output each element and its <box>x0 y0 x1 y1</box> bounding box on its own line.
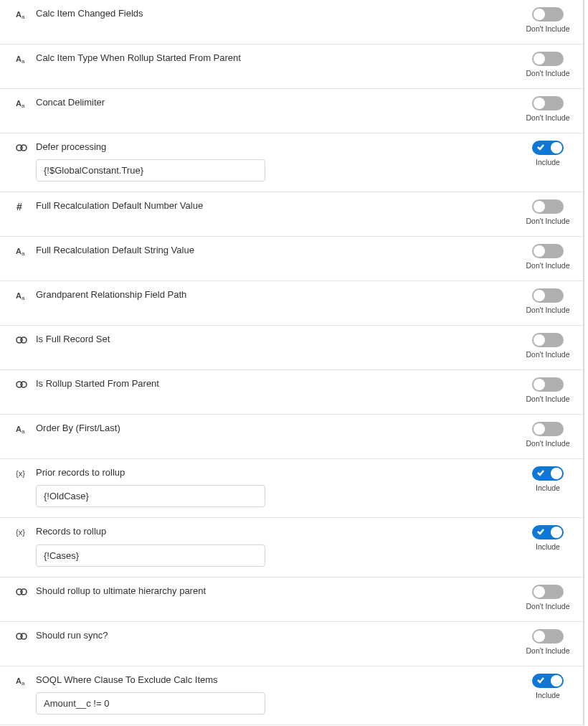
svg-text:A: A <box>16 291 22 300</box>
field-value-input[interactable] <box>36 159 265 182</box>
field-row-concat-delimiter: AaConcat DelimiterDon't Include <box>0 89 583 133</box>
svg-text:{x}: {x} <box>16 528 25 537</box>
field-label: SOQL Where Clause To Exclude Calc Items <box>36 674 526 687</box>
include-toggle[interactable] <box>532 377 564 392</box>
text-icon: Aa <box>16 675 27 687</box>
field-value-input[interactable] <box>36 544 265 567</box>
field-label: Full Recalculation Default String Value <box>36 244 526 257</box>
include-toggle[interactable] <box>532 52 564 66</box>
field-content: Full Recalculation Default Number Value <box>36 199 526 212</box>
text-icon: Aa <box>16 245 27 257</box>
field-content: Concat Delimiter <box>36 96 526 109</box>
field-row-prior-records-to-rollup: {x}Prior records to rollupInclude <box>0 459 583 518</box>
toggle-knob <box>534 245 545 257</box>
toggle-status-label: Don't Include <box>526 646 570 655</box>
include-toggle[interactable] <box>532 525 564 539</box>
include-control: Include <box>526 141 570 166</box>
include-control: Don't Include <box>526 96 570 122</box>
field-content: Is Full Record Set <box>36 333 526 346</box>
toggle-knob <box>534 631 545 642</box>
include-toggle[interactable] <box>532 585 564 599</box>
include-toggle[interactable] <box>532 244 564 258</box>
toggle-status-label: Don't Include <box>526 24 570 33</box>
field-row-left: {x}Records to rollup <box>16 525 526 566</box>
svg-text:a: a <box>22 103 25 109</box>
field-row-calc-item-changed-fields: AaCalc Item Changed FieldsDon't Include <box>0 0 583 44</box>
include-toggle[interactable] <box>532 199 564 214</box>
svg-text:a: a <box>22 250 25 257</box>
toggle-status-label: Don't Include <box>526 69 570 77</box>
include-toggle[interactable] <box>532 629 564 644</box>
include-control: Don't Include <box>526 288 570 314</box>
toggle-status-label: Don't Include <box>526 439 570 448</box>
field-content: Grandparent Relationship Field Path <box>36 288 526 301</box>
toggle-icon <box>16 586 27 598</box>
include-toggle[interactable] <box>532 7 564 22</box>
field-content: Is Rollup Started From Parent <box>36 377 526 390</box>
field-row-left: #Full Recalculation Default Number Value <box>16 199 526 212</box>
include-control: Don't Include <box>526 52 570 77</box>
field-row-left: Is Full Record Set <box>16 333 526 346</box>
toggle-knob <box>534 379 545 390</box>
include-toggle[interactable] <box>532 674 564 688</box>
field-content: Records to rollup <box>36 525 526 566</box>
text-icon: Aa <box>16 9 27 20</box>
toggle-status-label: Don't Include <box>526 261 570 270</box>
include-control: Include <box>526 674 570 699</box>
include-control: Don't Include <box>526 199 570 225</box>
include-control: Don't Include <box>526 377 570 403</box>
field-row-defer-processing: Defer processingInclude <box>0 133 583 192</box>
include-control: Don't Include <box>526 7 570 33</box>
field-row-left: AaGrandparent Relationship Field Path <box>16 288 526 301</box>
toggle-knob <box>551 527 562 538</box>
field-label: Is Rollup Started From Parent <box>36 377 526 390</box>
field-row-left: AaCalc Item Changed Fields <box>16 7 526 20</box>
field-content: Calc Item Type When Rollup Started From … <box>36 52 526 65</box>
include-control: Don't Include <box>526 333 570 359</box>
toggle-knob <box>551 142 562 154</box>
include-toggle[interactable] <box>532 288 564 303</box>
field-row-full-recalculation-default-string-value: AaFull Recalculation Default String Valu… <box>0 237 583 281</box>
formula-icon: {x} <box>16 527 27 538</box>
field-value-input[interactable] <box>36 485 265 507</box>
toggle-status-label: Don't Include <box>526 306 570 314</box>
field-label: Grandparent Relationship Field Path <box>36 288 526 301</box>
field-label: Defer processing <box>36 141 526 154</box>
include-toggle[interactable] <box>532 141 564 155</box>
toggle-icon <box>16 334 27 346</box>
svg-text:A: A <box>16 55 22 63</box>
include-toggle[interactable] <box>532 466 564 481</box>
field-row-soql-where-clause-to-exclude-calc-items: AaSOQL Where Clause To Exclude Calc Item… <box>0 666 583 725</box>
svg-text:#: # <box>16 201 22 212</box>
toggle-status-label: Don't Include <box>526 113 570 122</box>
toggle-knob <box>534 586 545 598</box>
svg-text:a: a <box>22 680 25 687</box>
include-control: Include <box>526 466 570 492</box>
include-control: Don't Include <box>526 629 570 655</box>
field-content: SOQL Where Clause To Exclude Calc Items <box>36 674 526 715</box>
field-label: Records to rollup <box>36 525 526 538</box>
field-content: Defer processing <box>36 141 526 182</box>
field-row-is-rollup-started-from-parent: Is Rollup Started From ParentDon't Inclu… <box>0 370 583 415</box>
field-label: Calc Item Type When Rollup Started From … <box>36 52 526 65</box>
field-label: Full Recalculation Default Number Value <box>36 199 526 212</box>
field-value-input[interactable] <box>36 692 265 715</box>
svg-text:a: a <box>22 295 25 301</box>
field-label: Concat Delimiter <box>36 96 526 109</box>
include-control: Include <box>526 525 570 551</box>
field-row-should-rollup-to-ultimate-hierarchy-parent: Should rollup to ultimate hierarchy pare… <box>0 578 583 622</box>
include-toggle[interactable] <box>532 333 564 347</box>
toggle-status-label: Include <box>536 691 560 699</box>
svg-text:A: A <box>16 10 22 19</box>
svg-text:A: A <box>16 99 22 108</box>
toggle-knob <box>551 468 562 479</box>
field-row-should-run-sync: Should run sync?Don't Include <box>0 622 583 666</box>
field-label: Should run sync? <box>36 629 526 642</box>
include-toggle[interactable] <box>532 422 564 436</box>
text-icon: Aa <box>16 423 27 435</box>
text-icon: Aa <box>16 290 27 301</box>
field-row-left: AaCalc Item Type When Rollup Started Fro… <box>16 52 526 65</box>
field-label: Should rollup to ultimate hierarchy pare… <box>36 585 526 598</box>
field-label: Prior records to rollup <box>36 466 526 479</box>
include-toggle[interactable] <box>532 96 564 110</box>
